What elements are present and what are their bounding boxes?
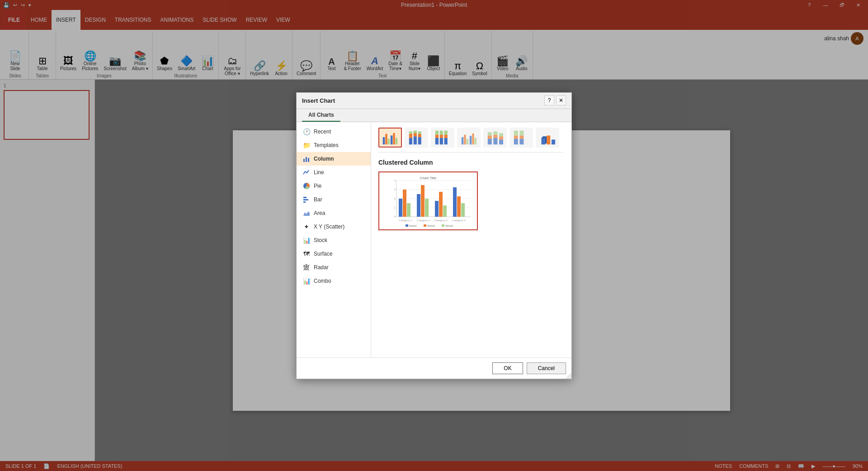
- svg-rect-6: [303, 201, 306, 203]
- stock-icon: 📊: [303, 237, 310, 244]
- cancel-button[interactable]: Cancel: [527, 362, 566, 374]
- svg-rect-38: [488, 138, 492, 144]
- svg-text:Category 1: Category 1: [399, 219, 412, 222]
- subtype-3d-stacked[interactable]: [483, 128, 507, 147]
- svg-text:3: 3: [394, 188, 396, 191]
- svg-text:2: 2: [394, 197, 396, 200]
- tab-all-charts[interactable]: All Charts: [302, 109, 340, 122]
- svg-rect-12: [393, 133, 395, 144]
- ok-button[interactable]: OK: [492, 362, 523, 374]
- svg-rect-51: [519, 135, 524, 138]
- combo-label: Combo: [314, 278, 331, 284]
- chart-type-combo[interactable]: 📊 Combo: [297, 274, 371, 288]
- combo-icon: 📊: [303, 277, 310, 285]
- column-label: Column: [314, 156, 334, 162]
- svg-rect-11: [391, 135, 393, 144]
- chart-type-list: 🕐 Recent 📁 Templates Column: [297, 122, 371, 357]
- subtype-3d-column[interactable]: [536, 128, 559, 147]
- svg-rect-71: [403, 190, 406, 217]
- svg-rect-49: [514, 130, 518, 135]
- svg-rect-32: [462, 137, 464, 144]
- svg-rect-86: [406, 224, 408, 227]
- templates-label: Templates: [314, 142, 339, 148]
- subtype-stacked-column[interactable]: [405, 128, 428, 147]
- svg-text:Chart Title: Chart Title: [420, 176, 437, 180]
- svg-text:Series1: Series1: [409, 224, 417, 227]
- svg-rect-23: [435, 138, 439, 144]
- svg-rect-81: [461, 203, 465, 217]
- svg-text:Category 3: Category 3: [434, 219, 448, 222]
- svg-rect-37: [475, 138, 477, 144]
- svg-marker-7: [303, 211, 310, 216]
- svg-rect-28: [440, 130, 443, 134]
- svg-rect-43: [493, 131, 497, 134]
- svg-rect-13: [396, 138, 398, 144]
- svg-rect-45: [499, 136, 503, 139]
- svg-rect-29: [444, 138, 448, 144]
- pie-label: Pie: [314, 183, 321, 189]
- dialog-help-btn[interactable]: ?: [544, 95, 554, 105]
- svg-rect-46: [499, 133, 503, 136]
- dialog-overlay: Insert Chart ? ✕ All Charts 🕐 Recent 📁 T…: [0, 0, 868, 471]
- svg-rect-76: [435, 201, 439, 217]
- svg-rect-5: [303, 199, 308, 200]
- dialog-tabs: All Charts: [297, 109, 571, 122]
- svg-rect-26: [440, 138, 443, 144]
- svg-rect-22: [418, 131, 421, 133]
- svg-rect-9: [385, 133, 387, 144]
- svg-rect-18: [414, 133, 417, 136]
- svg-rect-36: [472, 133, 474, 144]
- svg-rect-24: [435, 134, 439, 138]
- chart-type-recent[interactable]: 🕐 Recent: [297, 125, 371, 138]
- chart-type-stock[interactable]: 📊 Stock: [297, 233, 371, 247]
- templates-icon: 📁: [303, 142, 310, 149]
- svg-text:Series3: Series3: [445, 224, 453, 227]
- chart-preview: Chart Title 0 1 2 3: [378, 171, 478, 230]
- svg-rect-78: [443, 205, 447, 217]
- svg-rect-17: [414, 136, 417, 144]
- dialog-footer: OK Cancel: [297, 357, 571, 379]
- svg-rect-80: [457, 196, 461, 217]
- chart-type-area[interactable]: Area: [297, 206, 371, 220]
- svg-rect-88: [424, 224, 426, 227]
- dialog-title: Insert Chart: [302, 97, 335, 104]
- svg-text:Series2: Series2: [427, 224, 435, 227]
- chart-type-templates[interactable]: 📁 Templates: [297, 138, 371, 152]
- insert-chart-dialog: Insert Chart ? ✕ All Charts 🕐 Recent 📁 T…: [296, 92, 572, 379]
- pie-icon: [303, 182, 310, 190]
- svg-rect-30: [444, 134, 448, 138]
- xy-label: X Y (Scatter): [314, 224, 344, 230]
- bar-icon: [303, 196, 310, 203]
- subtype-3d-100stacked[interactable]: [509, 128, 533, 147]
- svg-rect-72: [407, 203, 410, 217]
- dialog-resize-handle[interactable]: [566, 373, 571, 379]
- surface-icon: 🗺: [303, 250, 310, 257]
- stock-label: Stock: [314, 237, 327, 243]
- dialog-close-btn[interactable]: ✕: [556, 95, 566, 105]
- chart-type-radar[interactable]: 🕸 Radar: [297, 261, 371, 274]
- svg-rect-73: [417, 194, 420, 217]
- subtype-clustered-column[interactable]: [378, 128, 402, 147]
- area-icon: [303, 209, 310, 217]
- svg-text:Category 4: Category 4: [452, 219, 466, 222]
- svg-rect-47: [514, 138, 518, 144]
- chart-type-column[interactable]: Column: [297, 152, 371, 166]
- chart-type-bar[interactable]: Bar: [297, 193, 371, 206]
- chart-type-pie[interactable]: Pie: [297, 179, 371, 193]
- svg-rect-52: [519, 130, 524, 135]
- line-icon: [303, 169, 310, 176]
- chart-panel: Clustered Column Chart Title: [371, 122, 571, 357]
- svg-rect-42: [493, 134, 497, 138]
- xy-icon: ✦: [303, 223, 310, 230]
- dialog-body: 🕐 Recent 📁 Templates Column: [297, 122, 571, 357]
- chart-type-surface[interactable]: 🗺 Surface: [297, 247, 371, 261]
- area-label: Area: [314, 210, 325, 216]
- chart-type-xy[interactable]: ✦ X Y (Scatter): [297, 220, 371, 233]
- svg-rect-79: [453, 187, 457, 217]
- chart-type-line[interactable]: Line: [297, 166, 371, 179]
- subtype-3d-clustered[interactable]: [457, 128, 481, 147]
- svg-text:Category 2: Category 2: [417, 219, 430, 222]
- subtype-100stacked-column[interactable]: [431, 128, 454, 147]
- svg-line-94: [570, 377, 571, 379]
- svg-line-93: [568, 375, 571, 379]
